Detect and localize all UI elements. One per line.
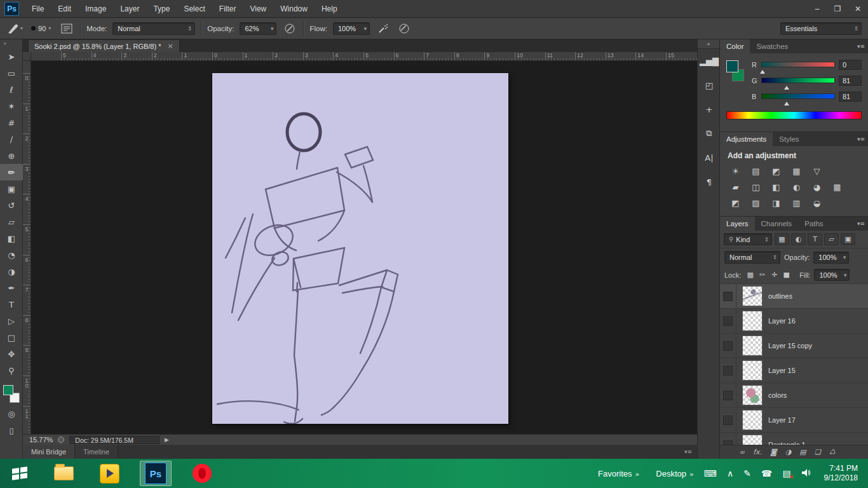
media-player-taskbar-button[interactable] [95,461,123,486]
pen-tool[interactable]: ✒ [0,280,23,296]
collapse-tools-button[interactable]: » [0,39,22,48]
layer-thumbnail[interactable] [742,336,763,356]
panel-menu-icon[interactable]: ▾≡ [857,39,865,53]
info-panel-icon[interactable]: + [698,97,721,121]
channel-slider[interactable] [761,78,835,83]
channel-slider[interactable] [761,62,835,67]
navigator-panel-icon[interactable]: ◰ [698,73,721,97]
crop-tool[interactable]: # [0,114,23,131]
pressure-opacity-toggle[interactable] [282,21,297,36]
workspace-switcher[interactable]: Essentials ⇕ [780,22,862,35]
opacity-dropdown[interactable]: 62% ▾ [240,22,276,35]
tab-timeline[interactable]: Timeline [75,445,118,459]
gradient-map-icon[interactable]: ▥ [787,196,806,210]
color-spectrum-ramp[interactable] [726,111,862,119]
channel-value-field[interactable]: 0 [839,60,862,70]
blend-mode-dropdown[interactable]: Normal ⇕ [112,22,195,35]
menu-item[interactable]: View [243,0,273,17]
tab-channels[interactable]: Channels [755,217,799,231]
layer-fill-dropdown[interactable]: 100% ▾ [814,269,850,281]
layer-blend-mode-dropdown[interactable]: Normal ⇕ [724,251,780,264]
clone-source-panel-icon[interactable]: ⧉ [698,121,721,146]
type-tool[interactable]: T [0,296,23,313]
screen-mode-button[interactable]: ▯ [0,422,23,438]
layer-name[interactable]: colors [768,391,787,399]
eyedropper-tool[interactable]: ∕ [0,131,23,147]
status-menu-arrow-icon[interactable]: ▶ [165,437,169,443]
visibility-toggle[interactable] [723,366,733,376]
taskbar-clock[interactable]: 7:41 PM 9/12/2018 [822,464,864,483]
restore-button[interactable]: ❐ [827,0,848,17]
photo-filter-icon[interactable]: ◐ [787,180,806,194]
visibility-toggle[interactable] [723,391,733,400]
layer-filter-kind-dropdown[interactable]: ⚲ Kind ⇕ [724,233,772,245]
expand-panels-button[interactable]: « [698,39,719,49]
tab-mini-bridge[interactable]: Mini Bridge [23,445,75,459]
color-lookup-icon[interactable]: ▦ [828,180,846,194]
layer-name[interactable]: Layer 15 copy [768,342,812,349]
eraser-tool[interactable]: ▱ [0,214,23,230]
photoshop-taskbar-button[interactable]: Ps [140,461,172,486]
visibility-toggle[interactable] [723,316,733,326]
pen-tablet-tray-icon[interactable]: ✎ [743,469,751,478]
document-tab[interactable]: Sooki 2.psd @ 15.8% (Layer 1, RGB/8) * × [28,39,180,52]
layer-opacity-dropdown[interactable]: 100% ▾ [813,252,849,264]
layer-name[interactable]: Layer 16 [768,317,796,325]
invert-icon[interactable]: ◩ [726,196,745,210]
phone-tray-icon[interactable]: ☎ [761,469,772,478]
paragraph-panel-icon[interactable]: ¶ [698,170,721,194]
panel-menu-icon[interactable]: ▾≡ [857,217,865,231]
rectangle-tool[interactable]: □ [0,329,23,346]
move-tool[interactable]: ➤ [0,48,23,65]
lasso-tool[interactable]: ℓ [0,81,23,98]
quick-selection-tool[interactable]: ✶ [0,98,23,114]
filter-adjustment-icon[interactable]: ◐ [791,233,806,245]
pressure-size-toggle[interactable] [397,21,412,36]
menu-item[interactable]: Edit [51,0,78,17]
zoom-level[interactable]: 15.77% [29,436,53,444]
link-layers-icon[interactable]: ∞ [739,448,745,456]
tool-preset-picker[interactable]: ▾ [6,21,23,36]
foreground-color-swatch[interactable] [726,60,738,72]
layer-group-icon[interactable]: ▤ [799,448,806,456]
brush-tool[interactable]: ✏ [0,164,23,180]
tab-paths[interactable]: Paths [798,217,829,231]
exposure-icon[interactable]: ▦ [787,164,806,179]
visibility-toggle[interactable] [723,292,733,301]
tab-adjustments[interactable]: Adjustments [720,132,773,146]
layer-row[interactable]: Layer 16 [720,309,868,334]
color-balance-icon[interactable]: ◫ [747,180,765,194]
taskbar-desktop[interactable]: Desktop » [656,469,693,478]
airbrush-toggle[interactable] [376,21,391,36]
quick-mask-button[interactable]: ◎ [0,405,23,422]
layer-thumbnail[interactable] [742,311,763,331]
tab-swatches[interactable]: Swatches [750,39,794,53]
black-white-icon[interactable]: ◧ [767,180,785,194]
visibility-toggle[interactable] [723,341,733,351]
layer-row[interactable]: Layer 17 [720,408,868,433]
gradient-tool[interactable]: ◧ [0,230,23,247]
layer-mask-icon[interactable]: ◙ [770,448,777,456]
panel-menu-icon[interactable]: ▾≡ [684,445,697,459]
layer-row[interactable]: outlines [720,284,868,309]
tab-styles[interactable]: Styles [773,132,805,146]
dodge-tool[interactable]: ◑ [0,263,23,280]
filter-pixel-icon[interactable]: ▦ [775,233,789,245]
slider-thumb-icon[interactable] [784,83,789,90]
threshold-icon[interactable]: ◨ [767,196,785,210]
filter-shape-icon[interactable]: ▱ [824,233,839,245]
healing-brush-tool[interactable]: ⊕ [0,147,23,164]
lock-transparency-icon[interactable]: ▩ [745,269,756,280]
brightness-contrast-icon[interactable]: ☀ [726,164,745,179]
layer-thumbnail[interactable] [742,286,763,306]
character-panel-icon[interactable]: A| [698,146,721,170]
lock-position-icon[interactable]: ✛ [769,269,780,280]
tab-color[interactable]: Color [720,39,750,53]
history-brush-tool[interactable]: ↺ [0,197,23,214]
filter-type-icon[interactable]: T [808,233,822,245]
document-size-info[interactable]: Doc: 29.5M/176.5M [69,436,159,444]
posterize-icon[interactable]: ▨ [747,196,765,210]
curves-icon[interactable]: ◩ [767,164,785,179]
layer-effects-icon[interactable]: fx. [753,448,762,456]
foreground-color-swatch[interactable] [3,385,13,395]
